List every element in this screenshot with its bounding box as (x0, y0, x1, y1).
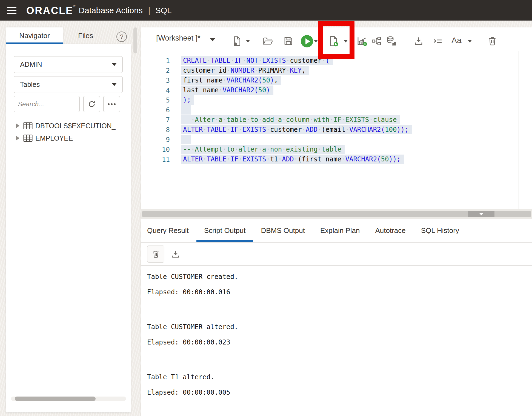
tree-item-dbtools-execution[interactable]: DBTOOLS$EXECUTION_ (14, 120, 127, 132)
splitter-collapse-handle[interactable] (468, 211, 494, 217)
code-line[interactable] (181, 135, 516, 145)
tab-autotrace[interactable]: Autotrace (367, 221, 413, 242)
tree-item-label: DBTOOLS$EXECUTION_ (35, 122, 116, 130)
output-message: Table CUSTOMER created. (147, 273, 521, 281)
code-line[interactable]: ALTER·TABLE·IF·EXISTS·customer·ADD·(emai… (181, 125, 516, 135)
output-elapsed: Elapsed: 00:00:00.023 (147, 338, 521, 346)
app-title: Database Actions (79, 6, 142, 15)
output-separator (147, 310, 521, 310)
clear-output-icon (152, 250, 160, 258)
script-output-content: Table CUSTOMER created.Elapsed: 00:00:00… (147, 273, 521, 397)
run-statement-dropdown[interactable] (314, 40, 318, 42)
download-output-button[interactable] (170, 249, 181, 259)
font-size-icon: Aa (451, 36, 462, 45)
autotrace-chart-icon (357, 36, 368, 47)
schema-select[interactable]: ADMIN (14, 56, 123, 73)
table-icon (23, 135, 33, 142)
results-tabs-divider (141, 242, 532, 243)
format-button[interactable] (432, 35, 444, 47)
oracle-logo: ORACLE® (26, 4, 75, 16)
new-worksheet-button[interactable] (231, 35, 243, 47)
tree-item-employee[interactable]: EMPLOYEE (14, 132, 127, 144)
panel-splitter-handle[interactable] (133, 27, 137, 53)
code-line[interactable]: first_name·VARCHAR2(50), (181, 76, 516, 86)
font-size-dropdown[interactable] (468, 40, 472, 42)
results-tabs: Query ResultScript OutputDBMS OutputExpl… (139, 221, 467, 242)
tab-dbms-output[interactable]: DBMS Output (253, 221, 312, 242)
editor-results-splitter[interactable] (141, 209, 532, 219)
tab-files-label: Files (78, 32, 93, 40)
tab-sql-history[interactable]: SQL History (413, 221, 467, 242)
more-options-button[interactable] (103, 96, 120, 112)
help-icon[interactable]: ? (116, 32, 127, 42)
open-file-button[interactable] (262, 35, 274, 47)
selection-highlight: ); (181, 95, 194, 105)
refresh-button[interactable] (83, 96, 100, 112)
run-script-dropdown[interactable] (344, 40, 348, 42)
selection-highlight: --·Alter·a·table·to·add·a·column·with·IF… (181, 115, 400, 124)
download-button[interactable] (413, 35, 425, 47)
explain-plan-button[interactable] (370, 35, 382, 47)
selection-highlight (181, 135, 191, 144)
new-worksheet-icon (232, 36, 242, 46)
sidebar-horizontal-scrollbar[interactable] (11, 397, 126, 401)
code-line[interactable]: --·Alter·a·table·to·add·a·column·with·IF… (181, 115, 516, 125)
run-script-button[interactable] (328, 35, 340, 47)
line-number: 2 (141, 66, 170, 76)
font-size-button[interactable]: Aa (451, 36, 462, 45)
output-message: Table CUSTOMER altered. (147, 323, 521, 331)
format-code-icon (432, 36, 443, 46)
more-options-icon (108, 103, 116, 105)
download-icon (413, 36, 424, 46)
object-type-select-value: Tables (20, 81, 40, 89)
line-number: 9 (141, 135, 170, 145)
selection-highlight: --·Attempt·to·alter·a·non·existing·table (181, 145, 345, 154)
code-line[interactable]: ); (181, 95, 516, 105)
code-line[interactable]: ALTER·TABLE·IF·EXISTS·t1·ADD·(first_name… (181, 155, 516, 164)
editor-code[interactable]: CREATE·TABLE·IF·NOT·EXISTS·customer·(cus… (181, 56, 516, 164)
caret-right-icon[interactable] (16, 136, 19, 141)
sql-monitor-button[interactable] (386, 35, 398, 47)
line-number: 11 (141, 155, 170, 164)
output-toolbar-divider (141, 265, 532, 266)
worksheet-title[interactable]: [Worksheet ]* (156, 34, 201, 42)
run-statement-button[interactable] (301, 35, 313, 47)
schema-select-value: ADMIN (20, 61, 42, 69)
clear-worksheet-button[interactable] (486, 35, 498, 47)
database-actions-app: ORACLE® Database Actions | SQL Navigator… (0, 0, 532, 416)
caret-right-icon[interactable] (16, 123, 19, 128)
selection-highlight: first_name·VARCHAR2(50), (181, 76, 281, 85)
code-line[interactable]: customer_id·NUMBER·PRIMARY·KEY, (181, 66, 516, 76)
hamburger-icon[interactable] (7, 7, 16, 14)
selection-highlight: customer_id·NUMBER·PRIMARY·KEY, (181, 66, 309, 75)
line-number: 6 (141, 105, 170, 115)
object-type-select[interactable]: Tables (14, 76, 123, 93)
chevron-down-icon (112, 83, 116, 86)
tab-navigator[interactable]: Navigator (6, 27, 63, 44)
editor-gutter: 1234567891011 (141, 56, 170, 164)
scrollbar-thumb[interactable] (15, 397, 96, 401)
tab-files[interactable]: Files (63, 27, 108, 44)
trash-icon (487, 36, 497, 46)
search-input[interactable] (14, 96, 80, 112)
tab-script-output[interactable]: Script Output (196, 221, 253, 242)
selection-highlight: CREATE·TABLE·IF·NOT·EXISTS·customer·( (181, 56, 333, 65)
tab-query-result[interactable]: Query Result (139, 221, 196, 242)
code-line[interactable]: last_name·VARCHAR2(50) (181, 86, 516, 95)
clear-output-button[interactable] (147, 246, 164, 263)
code-line[interactable] (181, 105, 516, 115)
refresh-icon (87, 100, 96, 109)
save-button[interactable] (282, 35, 294, 47)
line-number: 4 (141, 86, 170, 95)
worksheet-title-dropdown[interactable] (210, 38, 215, 41)
autotrace-button[interactable] (356, 35, 368, 47)
new-worksheet-dropdown[interactable] (246, 40, 250, 42)
run-statement-icon (305, 38, 310, 44)
output-separator (147, 360, 521, 360)
code-line[interactable]: CREATE·TABLE·IF·NOT·EXISTS·customer·( (181, 56, 516, 66)
selection-highlight (181, 105, 191, 115)
table-icon (23, 122, 33, 130)
tab-explain-plan[interactable]: Explain Plan (313, 221, 368, 242)
code-line[interactable]: --·Attempt·to·alter·a·non·existing·table (181, 145, 516, 155)
output-elapsed: Elapsed: 00:00:00.016 (147, 288, 521, 296)
